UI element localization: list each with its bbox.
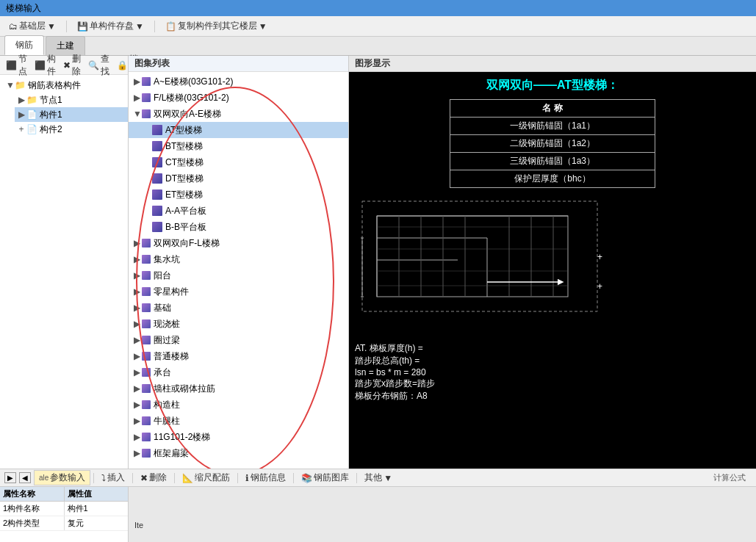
save-component-btn[interactable]: 💾 单构件存盘 ▼ xyxy=(73,18,148,34)
delete-item-icon: ✖ xyxy=(140,473,148,483)
group-frame-flat-beam[interactable]: ▶ 框架扁梁 xyxy=(129,445,348,461)
middle-panel: 图集列表 ▶ A~E楼梯(03G101-2) ▶ F/L楼梯(03G101-2) xyxy=(129,56,349,469)
group-sump[interactable]: ▶ 集水坑 xyxy=(129,251,348,267)
scale-rebar-btn[interactable]: 📐 缩尺配筋 xyxy=(178,471,234,485)
group10-expand-icon: ▶ xyxy=(133,335,140,345)
insert-btn[interactable]: ⤵ 插入 xyxy=(97,471,129,485)
copy-component-btn[interactable]: 📋 复制构件到其它楼层 ▼ xyxy=(161,18,272,34)
bottom-sep-1 xyxy=(93,473,94,483)
group14-icon xyxy=(142,400,151,409)
item-dt-stairs[interactable]: DT型楼梯 xyxy=(129,170,348,187)
item-bb-platform[interactable]: B-B平台板 xyxy=(129,219,348,235)
group-dual-fl-stairs[interactable]: ▶ 双网双向F-L楼梯 xyxy=(129,235,348,251)
group-cast-pile[interactable]: ▶ 现浇桩 xyxy=(129,316,348,332)
bottom-toolbar: ▶ ◀ ale 参数输入 ⤵ 插入 ✖ 删除 📐 缩尺配筋 ℹ 钢筋信息 📚 钢… xyxy=(0,469,756,486)
item-bt-stairs[interactable]: BT型楼梯 xyxy=(129,138,348,154)
comp2-item-icon: 📄 xyxy=(26,124,37,134)
group-ring-beam[interactable]: ▶ 圈过梁 xyxy=(129,332,348,348)
group9-icon xyxy=(142,319,151,328)
node1-folder-icon: 📁 xyxy=(26,95,37,105)
table-row-1a2: 二级钢筋锚固（1a2） xyxy=(450,135,655,153)
params-icon-right: ◀ xyxy=(19,472,31,483)
group12-icon xyxy=(142,368,151,377)
comp2-expand-icon: + xyxy=(18,124,25,134)
root-folder-icon: 📁 xyxy=(15,80,26,90)
tree-component-1[interactable]: ▶ 📄 构件1 xyxy=(15,107,128,122)
group-wall-rebar[interactable]: ▶ 墙柱或砌体拉筋 xyxy=(129,380,348,397)
node1-expand-icon: ▶ xyxy=(18,95,25,105)
group11-expand-icon: ▶ xyxy=(133,351,140,361)
calc-formula-label: 计算公式 xyxy=(713,472,746,483)
group-cap[interactable]: ▶ 承台 xyxy=(129,364,348,380)
group-foundation[interactable]: ▶ 基础 xyxy=(129,300,348,316)
rebar-info-btn[interactable]: ℹ 钢筋信息 xyxy=(241,471,290,485)
et-icon xyxy=(152,189,162,200)
item-aa-platform[interactable]: A-A平台板 xyxy=(129,203,348,219)
group-fl-stairs[interactable]: ▶ F/L楼梯(03G101-2) xyxy=(129,90,348,106)
group1-expand-icon: ▶ xyxy=(133,76,140,87)
group-misc[interactable]: ▶ 零星构件 xyxy=(129,283,348,300)
item-ct-stairs[interactable]: CT型楼梯 xyxy=(129,154,348,170)
save-icon: 💾 xyxy=(77,21,88,32)
svg-text:+: + xyxy=(597,281,602,292)
group-construct-col[interactable]: ▶ 构造柱 xyxy=(129,397,348,413)
property-right: Ite xyxy=(129,487,756,542)
delete-item-btn[interactable]: ✖ 删除 xyxy=(136,471,171,485)
tree-component-2[interactable]: + 📄 构件2 xyxy=(15,122,128,137)
group10-icon xyxy=(142,336,151,344)
group-common-stairs[interactable]: ▶ 普通楼梯 xyxy=(129,348,348,364)
prop-header-name: 属性名称 xyxy=(0,487,65,501)
other-btn[interactable]: 其他 ▼ xyxy=(360,471,397,485)
comp1-expand-icon: ▶ xyxy=(18,109,25,120)
left-panel: ⬛ 节点 ⬛ 构件 ✖ 删除 🔍 查找 🔒 锁定 ▼ xyxy=(0,56,129,469)
base-floor-label: 基础层 xyxy=(19,20,46,32)
item-at-stairs[interactable]: AT型楼梯 xyxy=(129,122,348,138)
right-panel: 图形显示 双网双向——AT型楼梯： 名 称 一级钢筋锚固（1a1） 二级钢筋锚固… xyxy=(349,56,756,469)
rebar-lib-btn[interactable]: 📚 钢筋图库 xyxy=(297,471,353,485)
prop-header-value: 属性值 xyxy=(65,487,129,501)
group1-icon xyxy=(142,77,151,86)
group-balcony[interactable]: ▶ 阳台 xyxy=(129,267,348,283)
tree-root-item[interactable]: ▼ 📁 钢筋表格构件 xyxy=(3,78,128,93)
group-corbel-col[interactable]: ▶ 牛腿柱 xyxy=(129,413,348,429)
prop-row-2-name: 2构件类型 xyxy=(0,516,65,530)
group12-expand-icon: ▶ xyxy=(133,367,140,377)
bottom-sep-3 xyxy=(174,473,175,483)
prop-row-1: 1构件名称 构件1 xyxy=(0,502,128,516)
prop-header-row: 属性名称 属性值 xyxy=(0,487,128,502)
prop-row-2: 2构件类型 复元 xyxy=(0,516,128,531)
bottom-area: ▶ ◀ ale 参数输入 ⤵ 插入 ✖ 删除 📐 缩尺配筋 ℹ 钢筋信息 📚 钢… xyxy=(0,469,756,542)
root-expand-icon: ▼ xyxy=(6,80,13,90)
group7-expand-icon: ▶ xyxy=(133,286,140,297)
bt-icon xyxy=(152,141,162,151)
group-11g101[interactable]: ▶ 11G101-2楼梯 xyxy=(129,429,348,445)
node-icon: ⬛ xyxy=(6,60,17,71)
item-et-stairs[interactable]: ET型楼梯 xyxy=(129,187,348,203)
base-floor-dropdown-icon: ▼ xyxy=(47,21,56,32)
group8-icon xyxy=(142,303,151,312)
stair-diagram: + + xyxy=(355,194,619,341)
params-icon-left: ▶ xyxy=(4,472,16,483)
group-dual-ae-stairs[interactable]: ▼ 双网双向A-E楼梯 xyxy=(129,106,348,122)
tree-children: ▶ 📁 节点1 ▶ 📄 构件1 + 📄 构件2 xyxy=(3,93,128,137)
search-icon: 🔍 xyxy=(88,60,99,71)
main-toolbar: 🗂 基础层 ▼ 💾 单构件存盘 ▼ 📋 复制构件到其它楼层 ▼ xyxy=(0,16,756,37)
bottom-sep-6 xyxy=(356,473,357,483)
title-bar: 楼梯输入 xyxy=(0,0,756,16)
group9-expand-icon: ▶ xyxy=(133,319,140,329)
rebar-info-icon: ℹ xyxy=(245,473,249,483)
copy-component-label: 复制构件到其它楼层 xyxy=(178,20,257,32)
save-dropdown-icon: ▼ xyxy=(135,21,144,32)
toolbar-sep-2 xyxy=(154,21,155,32)
table-row-1a3: 三级钢筋锚固（1a3） xyxy=(450,153,655,170)
group-ae-stairs[interactable]: ▶ A~E楼梯(03G101-2) xyxy=(129,73,348,90)
prop-row-2-value: 复元 xyxy=(65,516,129,530)
group5-expand-icon: ▶ xyxy=(133,254,140,264)
base-floor-btn[interactable]: 🗂 基础层 ▼ xyxy=(4,18,60,34)
param-input-btn[interactable]: ale 参数输入 xyxy=(34,470,90,485)
group3-expand-icon: ▼ xyxy=(133,109,140,119)
diagram-area: 双网双向——AT型楼梯： 名 称 一级钢筋锚固（1a1） 二级钢筋锚固（1a2）… xyxy=(349,72,756,469)
property-area: 属性名称 属性值 1构件名称 构件1 2构件类型 复元 Ite xyxy=(0,486,756,542)
at-icon xyxy=(152,125,162,135)
tree-node-1[interactable]: ▶ 📁 节点1 xyxy=(15,93,128,107)
